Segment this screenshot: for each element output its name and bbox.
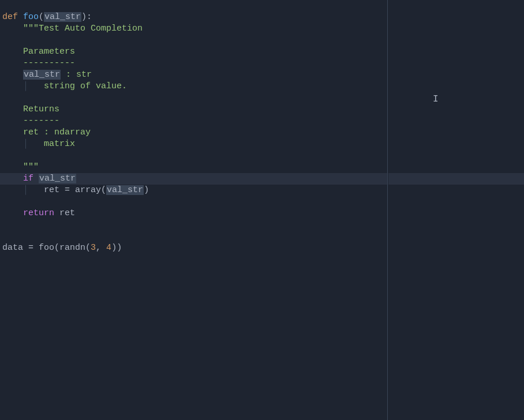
code-line[interactable]: │ string of value.	[0, 81, 387, 92]
variable-highlight: val_str	[39, 174, 76, 183]
current-line-highlight-ext	[388, 173, 524, 185]
code-line[interactable]: return ret	[0, 208, 387, 219]
docstring-section: Parameters	[23, 47, 75, 57]
keyword-def: def	[2, 12, 18, 22]
parameter: val_str	[44, 12, 81, 22]
keyword-return: return	[23, 208, 54, 218]
right-panel	[388, 0, 524, 420]
code-line[interactable]	[0, 92, 387, 104]
code-line[interactable]: │ matrix	[0, 138, 387, 150]
function-call: array	[75, 185, 101, 195]
code-line[interactable]: -------	[0, 115, 387, 127]
docstring-type: : str	[61, 70, 92, 80]
paren-close: )	[144, 185, 149, 195]
paren-close: ):	[81, 12, 92, 22]
docstring-desc: string of value.	[44, 81, 127, 91]
indent-guide: │	[23, 81, 28, 91]
code-line[interactable]	[0, 150, 387, 162]
variable: ret	[44, 185, 59, 195]
variable: data =	[2, 243, 39, 253]
docstring-close: """	[23, 162, 39, 172]
code-line[interactable]: Returns	[0, 104, 387, 115]
indent-guide: │	[23, 139, 28, 149]
code-line[interactable]: data = foo(randn(3, 4))	[0, 242, 387, 254]
code-area[interactable]: def foo(val_str): """Test Auto Completio…	[0, 0, 388, 420]
function-name: foo	[23, 12, 39, 22]
code-line[interactable]: if val_str	[0, 173, 387, 185]
code-line[interactable]	[0, 231, 387, 242]
indent-guide: │	[23, 185, 28, 195]
docstring-section: Returns	[23, 104, 59, 114]
text-cursor-icon: I	[433, 93, 439, 105]
function-call: foo	[39, 243, 54, 253]
function-call: randn	[59, 243, 85, 253]
code-line[interactable]: def foo(val_str):	[0, 12, 387, 23]
code-line[interactable]: │ ret = array(val_str)	[0, 185, 387, 196]
comma: ,	[96, 243, 101, 253]
code-line[interactable]	[0, 196, 387, 208]
docstring-ret: ret : ndarray	[23, 127, 91, 137]
paren-open: (	[101, 185, 106, 195]
operator: =	[59, 185, 75, 195]
code-line[interactable]	[0, 219, 387, 231]
number: 4	[101, 243, 111, 253]
docstring-dashes: -------	[23, 116, 59, 126]
paren-open: (	[54, 243, 59, 253]
paren-open: (	[39, 12, 44, 22]
docstring-dashes: ----------	[23, 58, 75, 68]
variable: ret	[54, 208, 75, 218]
code-line[interactable]: ret : ndarray	[0, 127, 387, 138]
code-line[interactable]: val_str : str	[0, 69, 387, 81]
keyword-if: if	[23, 174, 33, 183]
code-line[interactable]: """	[0, 162, 387, 173]
code-line[interactable]: Parameters	[0, 46, 387, 58]
docstring-desc: matrix	[44, 139, 75, 149]
editor-container: def foo(val_str): """Test Auto Completio…	[0, 0, 524, 420]
code-line[interactable]	[0, 35, 387, 46]
docstring-param: val_str	[23, 70, 61, 80]
docstring: """Test Auto Completion	[23, 24, 143, 33]
variable-highlight: val_str	[106, 185, 144, 195]
paren-close: ))	[111, 243, 122, 253]
number: 3	[91, 243, 96, 253]
code-line[interactable]: ----------	[0, 58, 387, 69]
code-line[interactable]: """Test Auto Completion	[0, 23, 387, 35]
paren-open: (	[85, 243, 91, 253]
